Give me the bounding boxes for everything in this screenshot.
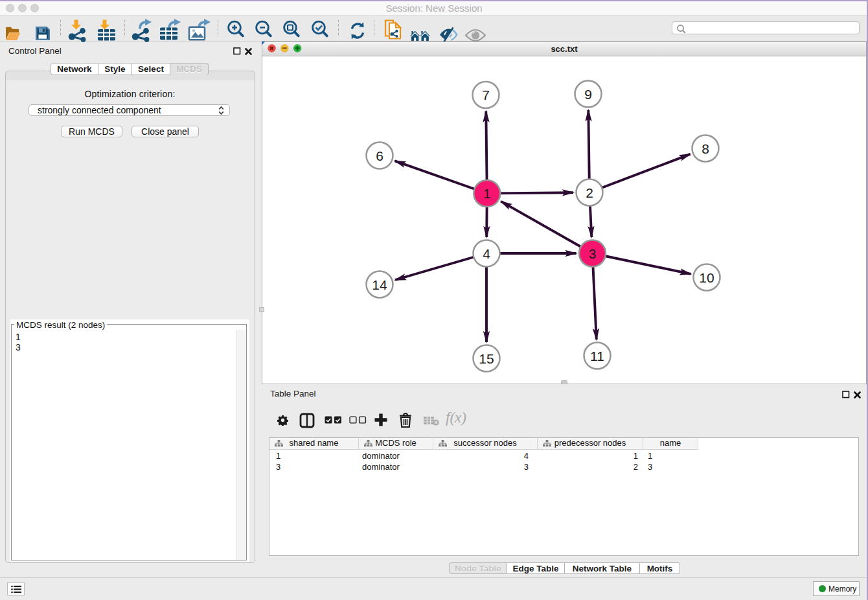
svg-text:1: 1 <box>483 186 491 201</box>
svg-text:2: 2 <box>586 185 593 200</box>
svg-text:3: 3 <box>589 246 597 261</box>
svg-text:6: 6 <box>376 148 383 163</box>
svg-text:10: 10 <box>699 270 714 285</box>
svg-text:14: 14 <box>372 277 387 292</box>
svg-text:9: 9 <box>584 87 592 102</box>
svg-text:4: 4 <box>483 246 490 261</box>
svg-text:15: 15 <box>479 351 494 366</box>
svg-text:8: 8 <box>702 141 709 156</box>
svg-text:7: 7 <box>482 87 490 102</box>
svg-text:11: 11 <box>590 349 604 363</box>
